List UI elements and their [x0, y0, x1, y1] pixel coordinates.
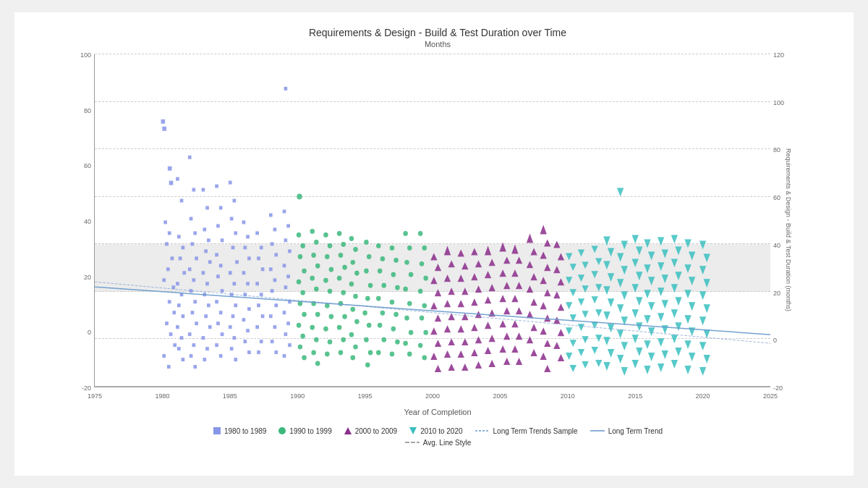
svg-rect-67 — [215, 253, 218, 256]
svg-marker-312 — [516, 307, 522, 314]
y-right-tick-60: 60 — [773, 194, 780, 201]
svg-marker-428 — [658, 287, 664, 296]
svg-point-235 — [403, 341, 408, 346]
svg-marker-279 — [471, 273, 477, 280]
svg-rect-123 — [269, 314, 273, 318]
svg-marker-389 — [603, 362, 610, 371]
svg-marker-424 — [658, 237, 664, 245]
svg-rect-70 — [221, 289, 224, 293]
svg-rect-72 — [219, 311, 223, 314]
svg-marker-317 — [527, 233, 533, 243]
x-tick-2005: 2005 — [493, 392, 507, 400]
svg-marker-303 — [499, 320, 506, 327]
svg-point-152 — [298, 345, 303, 350]
svg-rect-21 — [182, 245, 185, 249]
svg-rect-95 — [247, 256, 251, 260]
svg-marker-419 — [644, 315, 650, 324]
svg-marker-315 — [511, 345, 518, 353]
svg-rect-14 — [169, 332, 173, 336]
svg-marker-394 — [617, 279, 624, 287]
svg-marker-449 — [689, 277, 695, 285]
svg-marker-390 — [617, 188, 624, 197]
svg-point-184 — [342, 314, 347, 319]
svg-marker-329 — [540, 251, 547, 258]
svg-marker-454 — [684, 340, 691, 349]
svg-marker-376 — [595, 335, 602, 342]
svg-marker-327 — [540, 224, 547, 234]
svg-rect-89 — [233, 336, 237, 340]
y-right-tick-120: 120 — [773, 51, 784, 59]
x-tick-2010: 2010 — [561, 392, 575, 400]
svg-marker-420 — [648, 327, 655, 336]
svg-marker-393 — [621, 266, 628, 274]
svg-point-193 — [353, 294, 358, 299]
svg-point-187 — [339, 350, 344, 356]
svg-rect-63 — [215, 185, 218, 188]
svg-rect-61 — [205, 347, 209, 350]
svg-marker-422 — [648, 353, 655, 361]
svg-point-169 — [329, 267, 334, 272]
svg-point-210 — [380, 256, 386, 261]
svg-point-234 — [409, 330, 414, 335]
svg-point-209 — [376, 243, 381, 248]
svg-marker-451 — [689, 302, 695, 311]
svg-rect-18 — [176, 177, 179, 181]
svg-rect-77 — [229, 181, 232, 185]
svg-rect-33 — [192, 188, 195, 192]
svg-rect-59 — [208, 325, 212, 329]
svg-marker-269 — [458, 274, 464, 282]
svg-marker-372 — [595, 284, 602, 291]
svg-marker-414 — [648, 251, 655, 260]
svg-point-230 — [409, 272, 414, 277]
svg-marker-436 — [675, 246, 681, 255]
svg-marker-408 — [632, 309, 639, 318]
svg-rect-126 — [274, 350, 278, 354]
svg-rect-136 — [283, 311, 286, 314]
svg-point-211 — [378, 269, 383, 274]
svg-rect-15 — [173, 343, 176, 347]
svg-rect-50 — [203, 227, 206, 231]
svg-rect-66 — [221, 238, 224, 242]
svg-marker-344 — [558, 303, 564, 311]
svg-point-143 — [300, 243, 305, 248]
svg-rect-117 — [271, 242, 274, 245]
svg-marker-373 — [591, 296, 597, 303]
svg-rect-132 — [283, 264, 286, 267]
svg-marker-460 — [704, 279, 710, 287]
svg-marker-290 — [489, 284, 495, 291]
svg-marker-365 — [578, 324, 584, 331]
svg-marker-267 — [458, 249, 464, 256]
svg-rect-10 — [171, 285, 175, 289]
svg-rect-121 — [271, 289, 274, 293]
svg-marker-466 — [704, 355, 710, 363]
svg-rect-39 — [192, 278, 195, 282]
svg-rect-49 — [205, 206, 209, 210]
svg-rect-116 — [273, 227, 277, 231]
svg-point-246 — [422, 356, 427, 361]
svg-marker-308 — [516, 256, 522, 264]
svg-point-151 — [300, 334, 305, 339]
svg-marker-427 — [662, 274, 668, 283]
svg-marker-248 — [435, 264, 441, 271]
svg-rect-23 — [182, 271, 186, 274]
svg-marker-311 — [511, 295, 518, 302]
svg-rect-105 — [260, 245, 263, 249]
svg-rect-7 — [171, 256, 174, 260]
svg-point-224 — [391, 327, 396, 332]
legend-1990s: 1990 to 1999 — [278, 426, 331, 435]
svg-rect-53 — [208, 260, 212, 264]
svg-marker-409 — [636, 322, 642, 331]
svg-rect-46 — [190, 354, 193, 358]
svg-marker-337 — [540, 353, 547, 360]
svg-marker-402 — [632, 235, 639, 243]
svg-point-201 — [364, 269, 369, 274]
svg-point-197 — [353, 345, 358, 350]
svg-point-190 — [351, 260, 356, 265]
svg-point-215 — [378, 323, 383, 328]
svg-marker-280 — [475, 285, 482, 293]
svg-marker-319 — [527, 261, 533, 268]
svg-marker-381 — [603, 261, 610, 269]
svg-point-222 — [390, 300, 395, 305]
svg-rect-96 — [242, 271, 246, 274]
svg-marker-340 — [558, 253, 564, 260]
